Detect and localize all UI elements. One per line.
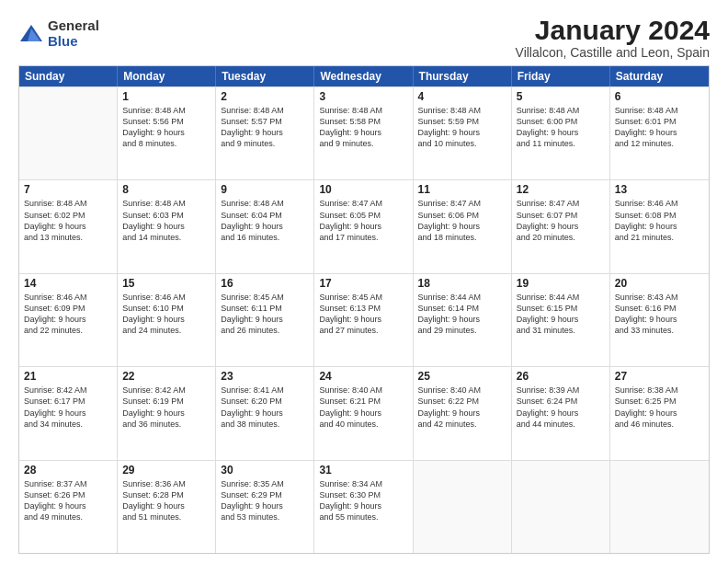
calendar-cell bbox=[19, 87, 118, 179]
page: General Blue January 2024 Villalcon, Cas… bbox=[0, 0, 728, 563]
calendar-cell: 28Sunrise: 8:37 AMSunset: 6:26 PMDayligh… bbox=[19, 461, 118, 553]
cell-line: and 33 minutes. bbox=[615, 325, 704, 336]
cell-line: Daylight: 9 hours bbox=[24, 314, 112, 325]
cell-line: Sunset: 6:29 PM bbox=[221, 489, 309, 500]
day-number: 6 bbox=[615, 90, 704, 103]
cell-line: Sunset: 6:06 PM bbox=[418, 210, 506, 221]
cell-line: Sunrise: 8:44 AM bbox=[418, 292, 506, 303]
cell-line: and 16 minutes. bbox=[221, 232, 309, 243]
cell-line: and 26 minutes. bbox=[221, 325, 309, 336]
cell-line: Daylight: 9 hours bbox=[319, 314, 407, 325]
calendar-cell: 20Sunrise: 8:43 AMSunset: 6:16 PMDayligh… bbox=[610, 274, 709, 366]
cell-line: Sunset: 5:58 PM bbox=[319, 116, 407, 127]
cell-line: Sunrise: 8:48 AM bbox=[319, 105, 407, 116]
day-number: 13 bbox=[615, 183, 704, 196]
calendar-row: 7Sunrise: 8:48 AMSunset: 6:02 PMDaylight… bbox=[19, 179, 709, 272]
cell-line: and 10 minutes. bbox=[418, 138, 506, 149]
cell-line: Daylight: 9 hours bbox=[24, 500, 112, 511]
day-number: 2 bbox=[221, 90, 309, 103]
calendar-header-cell: Thursday bbox=[414, 66, 512, 86]
cell-line: Daylight: 9 hours bbox=[319, 221, 407, 232]
cell-line: Sunrise: 8:48 AM bbox=[418, 105, 506, 116]
cell-line: Daylight: 9 hours bbox=[418, 408, 506, 419]
calendar-header: SundayMondayTuesdayWednesdayThursdayFrid… bbox=[19, 66, 709, 86]
cell-line: Daylight: 9 hours bbox=[221, 500, 309, 511]
cell-line: Daylight: 9 hours bbox=[319, 408, 407, 419]
cell-line: Sunset: 6:10 PM bbox=[122, 303, 210, 314]
cell-line: and 13 minutes. bbox=[24, 232, 112, 243]
cell-line: and 9 minutes. bbox=[221, 138, 309, 149]
cell-line: and 36 minutes. bbox=[122, 419, 210, 430]
cell-line: and 53 minutes. bbox=[221, 511, 309, 523]
calendar-cell: 29Sunrise: 8:36 AMSunset: 6:28 PMDayligh… bbox=[118, 461, 216, 553]
calendar-cell: 10Sunrise: 8:47 AMSunset: 6:05 PMDayligh… bbox=[314, 180, 413, 272]
day-number: 25 bbox=[418, 370, 506, 383]
cell-line: Sunrise: 8:42 AM bbox=[24, 385, 112, 396]
cell-line: Sunrise: 8:42 AM bbox=[122, 385, 210, 396]
cell-line: Sunset: 5:56 PM bbox=[122, 116, 210, 127]
cell-line: Sunrise: 8:41 AM bbox=[221, 385, 309, 396]
title-block: January 2024 Villalcon, Castille and Leo… bbox=[516, 15, 710, 60]
cell-line: Daylight: 9 hours bbox=[517, 127, 605, 138]
calendar-row: 14Sunrise: 8:46 AMSunset: 6:09 PMDayligh… bbox=[19, 273, 709, 366]
cell-line: Sunrise: 8:38 AM bbox=[615, 385, 704, 396]
cell-line: Sunset: 6:07 PM bbox=[517, 210, 605, 221]
cell-line: Sunset: 5:59 PM bbox=[418, 116, 506, 127]
cell-line: and 14 minutes. bbox=[122, 232, 210, 243]
day-number: 24 bbox=[319, 370, 407, 383]
calendar-cell: 13Sunrise: 8:46 AMSunset: 6:08 PMDayligh… bbox=[610, 180, 709, 272]
calendar-cell bbox=[610, 461, 709, 553]
calendar-cell: 11Sunrise: 8:47 AMSunset: 6:06 PMDayligh… bbox=[414, 180, 512, 272]
day-number: 20 bbox=[615, 277, 704, 290]
cell-line: Daylight: 9 hours bbox=[122, 314, 210, 325]
cell-line: Sunset: 6:05 PM bbox=[319, 210, 407, 221]
calendar-cell: 27Sunrise: 8:38 AMSunset: 6:25 PMDayligh… bbox=[610, 367, 709, 459]
cell-line: Sunset: 6:15 PM bbox=[517, 303, 605, 314]
calendar-cell: 24Sunrise: 8:40 AMSunset: 6:21 PMDayligh… bbox=[314, 367, 413, 459]
cell-line: Daylight: 9 hours bbox=[615, 221, 704, 232]
day-number: 17 bbox=[319, 277, 407, 290]
cell-line: Daylight: 9 hours bbox=[122, 127, 210, 138]
cell-line: Sunset: 6:02 PM bbox=[24, 210, 112, 221]
day-number: 21 bbox=[24, 370, 112, 383]
cell-line: Daylight: 9 hours bbox=[221, 314, 309, 325]
cell-line: Sunset: 5:57 PM bbox=[221, 116, 309, 127]
cell-line: Sunrise: 8:48 AM bbox=[517, 105, 605, 116]
cell-line: and 55 minutes. bbox=[319, 511, 407, 523]
cell-line: Sunrise: 8:46 AM bbox=[615, 198, 704, 209]
cell-line: Sunrise: 8:39 AM bbox=[517, 385, 605, 396]
cell-line: Sunrise: 8:40 AM bbox=[319, 385, 407, 396]
calendar-header-cell: Wednesday bbox=[314, 66, 413, 86]
cell-line: Sunset: 6:24 PM bbox=[517, 396, 605, 407]
day-number: 28 bbox=[24, 464, 112, 477]
cell-line: Sunset: 6:13 PM bbox=[319, 303, 407, 314]
cell-line: Daylight: 9 hours bbox=[221, 221, 309, 232]
day-number: 8 bbox=[122, 183, 210, 196]
calendar-cell: 15Sunrise: 8:46 AMSunset: 6:10 PMDayligh… bbox=[118, 274, 216, 366]
cell-line: Sunset: 6:22 PM bbox=[418, 396, 506, 407]
cell-line: and 42 minutes. bbox=[418, 419, 506, 430]
calendar-cell: 21Sunrise: 8:42 AMSunset: 6:17 PMDayligh… bbox=[19, 367, 118, 459]
calendar: SundayMondayTuesdayWednesdayThursdayFrid… bbox=[18, 65, 710, 554]
day-number: 1 bbox=[122, 90, 210, 103]
cell-line: and 46 minutes. bbox=[615, 419, 704, 430]
cell-line: Sunset: 6:00 PM bbox=[517, 116, 605, 127]
calendar-cell: 25Sunrise: 8:40 AMSunset: 6:22 PMDayligh… bbox=[414, 367, 512, 459]
cell-line: Daylight: 9 hours bbox=[615, 408, 704, 419]
cell-line: and 38 minutes. bbox=[221, 419, 309, 430]
day-number: 11 bbox=[418, 183, 506, 196]
calendar-row: 28Sunrise: 8:37 AMSunset: 6:26 PMDayligh… bbox=[19, 460, 709, 553]
cell-line: and 9 minutes. bbox=[319, 138, 407, 149]
cell-line: Daylight: 9 hours bbox=[615, 127, 704, 138]
calendar-cell: 30Sunrise: 8:35 AMSunset: 6:29 PMDayligh… bbox=[216, 461, 314, 553]
cell-line: Sunrise: 8:45 AM bbox=[221, 292, 309, 303]
logo: General Blue bbox=[18, 18, 99, 49]
cell-line: and 24 minutes. bbox=[122, 325, 210, 336]
cell-line: Sunset: 6:28 PM bbox=[122, 489, 210, 500]
calendar-cell: 8Sunrise: 8:48 AMSunset: 6:03 PMDaylight… bbox=[118, 180, 216, 272]
cell-line: and 29 minutes. bbox=[418, 325, 506, 336]
calendar-cell bbox=[414, 461, 512, 553]
cell-line: and 11 minutes. bbox=[517, 138, 605, 149]
calendar-cell: 14Sunrise: 8:46 AMSunset: 6:09 PMDayligh… bbox=[19, 274, 118, 366]
cell-line: Sunrise: 8:48 AM bbox=[122, 198, 210, 209]
